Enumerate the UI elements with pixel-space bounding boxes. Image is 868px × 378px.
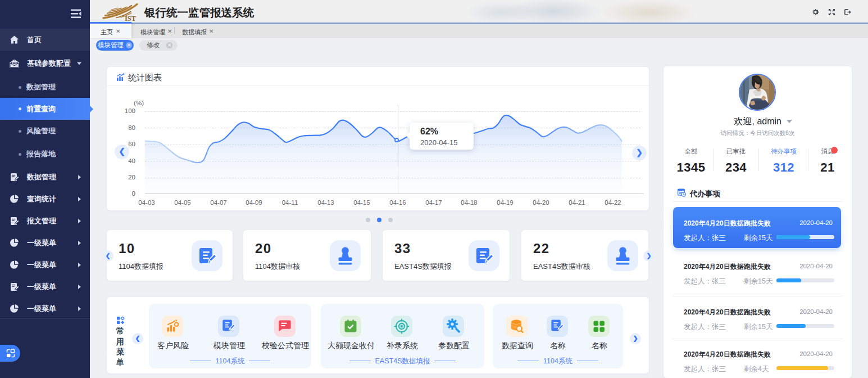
svg-text:IST: IST: [125, 15, 137, 22]
